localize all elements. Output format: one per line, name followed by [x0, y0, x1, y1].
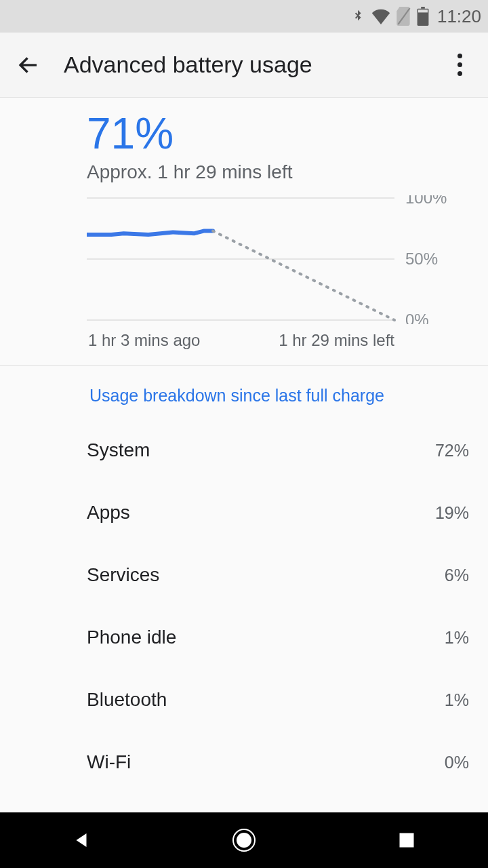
- no-sim-icon: [396, 7, 411, 26]
- bluetooth-icon: [350, 6, 365, 26]
- battery-summary: 71% Approx. 1 hr 29 mins left 100%50%0% …: [0, 104, 488, 350]
- battery-percent: 71%: [87, 110, 469, 157]
- svg-text:0%: 0%: [405, 311, 429, 324]
- breakdown-header: Usage breakdown since last full charge: [0, 366, 488, 419]
- svg-line-10: [213, 231, 394, 320]
- breakdown-item[interactable]: System72%: [0, 419, 488, 481]
- breakdown-item[interactable]: Wi-Fi0%: [0, 731, 488, 793]
- breakdown-item-value: 1%: [445, 628, 469, 648]
- breakdown-item-value: 6%: [445, 566, 469, 585]
- breakdown-item[interactable]: Bluetooth1%: [0, 669, 488, 731]
- nav-recent-button[interactable]: [366, 820, 447, 861]
- more-vert-icon: [458, 54, 462, 76]
- breakdown-item-value: 72%: [435, 441, 469, 460]
- breakdown-item-label: Phone idle: [87, 627, 445, 648]
- svg-point-12: [237, 833, 251, 848]
- app-bar: Advanced battery usage: [0, 33, 488, 98]
- breakdown-item[interactable]: Services6%: [0, 544, 488, 606]
- navigation-bar: [0, 812, 488, 868]
- nav-home-button[interactable]: [203, 820, 285, 861]
- svg-rect-2: [421, 7, 425, 9]
- nav-back-button[interactable]: [41, 820, 122, 861]
- breakdown-list: System72%Apps19%Services6%Phone idle1%Bl…: [0, 419, 488, 793]
- svg-text:100%: 100%: [405, 195, 447, 207]
- back-button[interactable]: [14, 50, 43, 80]
- chart-x-end-label: 1 hr 29 mins left: [279, 331, 394, 350]
- svg-text:50%: 50%: [405, 250, 438, 268]
- breakdown-item[interactable]: Phone idle1%: [0, 606, 488, 669]
- svg-rect-3: [418, 9, 428, 12]
- breakdown-item-label: Apps: [87, 502, 435, 524]
- overflow-menu-button[interactable]: [445, 50, 474, 80]
- breakdown-item-value: 0%: [445, 753, 469, 772]
- breakdown-item-value: 19%: [435, 503, 469, 523]
- content: 71% Approx. 1 hr 29 mins left 100%50%0% …: [0, 98, 488, 793]
- breakdown-item-label: Bluetooth: [87, 689, 445, 711]
- breakdown-item-label: Services: [87, 564, 445, 586]
- breakdown-item-label: Wi-Fi: [87, 751, 445, 773]
- breakdown-item-value: 1%: [445, 690, 469, 710]
- page-title: Advanced battery usage: [64, 52, 445, 78]
- status-clock: 11:20: [437, 6, 481, 27]
- svg-rect-13: [400, 833, 414, 848]
- breakdown-item[interactable]: Apps19%: [0, 481, 488, 544]
- wifi-icon: [371, 8, 391, 24]
- battery-estimate: Approx. 1 hr 29 mins left: [87, 161, 469, 183]
- status-bar: 11:20: [0, 0, 488, 33]
- battery-chart[interactable]: 100%50%0% 1 hr 3 mins ago 1 hr 29 mins l…: [87, 195, 469, 350]
- battery-icon: [417, 7, 429, 26]
- chart-x-start-label: 1 hr 3 mins ago: [88, 331, 200, 350]
- breakdown-item-label: System: [87, 439, 435, 461]
